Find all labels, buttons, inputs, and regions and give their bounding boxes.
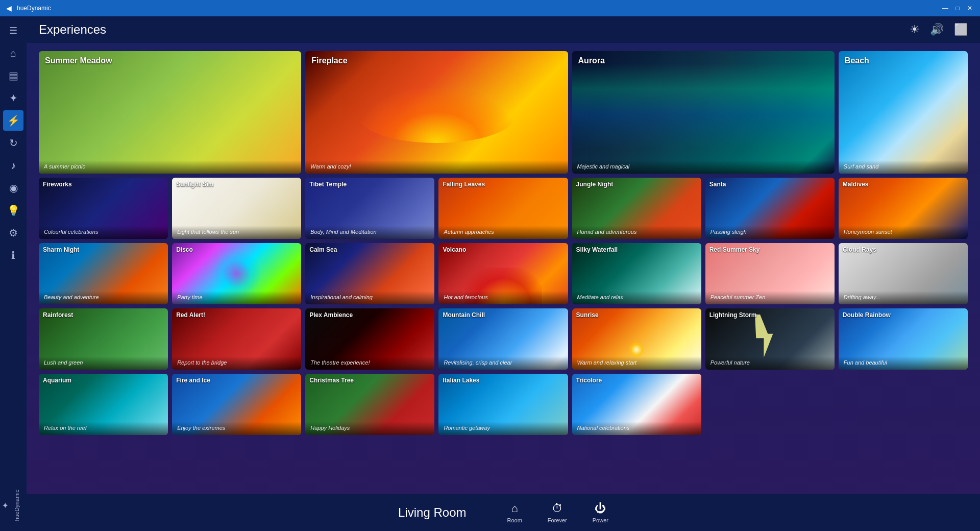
experience-card-plex-ambience[interactable]: Plex Ambience The theatre experience! bbox=[305, 308, 434, 370]
card-title-tibet-temple: Tibet Temple bbox=[309, 181, 430, 188]
experience-card-silky-waterfall[interactable]: Silky Waterfall Meditate and relax bbox=[572, 243, 701, 304]
experience-card-sunrise[interactable]: Sunrise Warm and relaxing start bbox=[572, 308, 701, 370]
card-subtitle-italian-lakes: Romantic getaway bbox=[444, 425, 562, 431]
card-subtitle-fireworks: Colourful celebrations bbox=[44, 229, 163, 235]
card-subtitle-disco: Party time bbox=[177, 294, 296, 300]
experience-card-italian-lakes[interactable]: Italian Lakes Romantic getaway bbox=[438, 374, 568, 435]
card-subtitle-sunrise: Warm and relaxing start bbox=[577, 359, 696, 366]
maximize-button[interactable]: □ bbox=[953, 4, 962, 12]
experience-card-fireplace[interactable]: Fireplace Warm and cozy! bbox=[305, 51, 568, 174]
forever-button[interactable]: ⏱ Forever bbox=[548, 502, 567, 523]
experience-card-red-summer[interactable]: Red Summer Sky Peaceful summer Zen bbox=[705, 243, 835, 304]
card-title-double-rainbow: Double Rainbow bbox=[843, 311, 964, 319]
card-overlay-sunlight-sim: Light that follows the sun bbox=[172, 226, 301, 239]
forever-label: Forever bbox=[548, 517, 567, 523]
experience-card-disco[interactable]: Disco Party time bbox=[172, 243, 301, 304]
card-overlay-red-alert: Report to the bridge bbox=[172, 356, 301, 370]
card-subtitle-cloud-rays: Drifting away... bbox=[844, 294, 963, 300]
experience-card-aurora[interactable]: Aurora Majestic and magical bbox=[572, 51, 835, 174]
experience-card-sunlight-sim[interactable]: Sunlight Sim Light that follows the sun bbox=[172, 178, 301, 239]
experience-card-mountain-chill[interactable]: Mountain Chill Revitalising, crisp and c… bbox=[438, 308, 568, 370]
card-bg-beach bbox=[839, 51, 968, 174]
sidebar-item-sync[interactable]: ↻ bbox=[3, 133, 23, 153]
title-bar-controls: — □ ✕ bbox=[941, 4, 974, 12]
sidebar-item-music[interactable]: ♪ bbox=[3, 155, 23, 176]
sidebar-item-scenes[interactable]: ▤ bbox=[3, 65, 23, 86]
sidebar-item-settings[interactable]: ⚙ bbox=[3, 223, 23, 243]
experience-card-rainforest[interactable]: Rainforest Lush and green bbox=[39, 308, 168, 370]
power-label: Power bbox=[593, 517, 608, 523]
brightness-icon[interactable]: ☀ bbox=[910, 23, 920, 36]
header: Experiences ☀ 🔊 ⬜ bbox=[27, 16, 980, 43]
card-title-sunrise: Sunrise bbox=[576, 311, 697, 319]
experience-card-lightning-storm[interactable]: Lightning Storm Powerful nature bbox=[705, 308, 835, 370]
card-title-sunlight-sim: Sunlight Sim bbox=[176, 181, 297, 188]
card-overlay-cloud-rays: Drifting away... bbox=[839, 291, 968, 304]
experience-card-santa[interactable]: Santa Passing sleigh bbox=[705, 178, 835, 239]
card-overlay-sharm-night: Beauty and adventure bbox=[39, 291, 168, 304]
card-overlay-plex-ambience: The theatre experience! bbox=[305, 356, 434, 370]
experience-card-fireworks[interactable]: Fireworks Colourful celebrations bbox=[39, 178, 168, 239]
back-icon[interactable]: ◀ bbox=[6, 4, 12, 12]
experience-card-fire-ice[interactable]: Fire and Ice Enjoy the extremes bbox=[172, 374, 301, 435]
sidebar-item-experiences[interactable]: ⚡ bbox=[3, 110, 23, 131]
experience-card-double-rainbow[interactable]: Double Rainbow Fun and beautiful bbox=[839, 308, 968, 370]
card-subtitle-volcano: Hot and ferocious bbox=[444, 294, 562, 300]
volume-icon[interactable]: 🔊 bbox=[930, 23, 944, 36]
experience-card-summer-meadow[interactable]: Summer Meadow A summer picnic bbox=[39, 51, 301, 174]
card-title-beach: Beach bbox=[845, 56, 962, 65]
screen-icon[interactable]: ⬜ bbox=[954, 23, 968, 36]
card-overlay-double-rainbow: Fun and beautiful bbox=[839, 356, 968, 370]
card-subtitle-mountain-chill: Revitalising, crisp and clear bbox=[444, 359, 562, 366]
sidebar-item-bulb[interactable]: 💡 bbox=[3, 200, 23, 221]
experience-card-sharm-night[interactable]: Sharm Night Beauty and adventure bbox=[39, 243, 168, 304]
card-overlay-aquarium: Relax on the reef bbox=[39, 422, 168, 435]
card-overlay-maldives: Honeymoon sunset bbox=[839, 226, 968, 239]
card-overlay-tibet-temple: Body, Mind and Meditation bbox=[305, 226, 434, 239]
card-title-cloud-rays: Cloud Rays bbox=[843, 246, 964, 253]
experience-card-beach[interactable]: Beach Surf and sand bbox=[839, 51, 968, 174]
experience-card-maldives[interactable]: Maldives Honeymoon sunset bbox=[839, 178, 968, 239]
card-title-aurora: Aurora bbox=[578, 56, 828, 65]
experience-card-jungle-night[interactable]: Jungle Night Humid and adventurous bbox=[572, 178, 701, 239]
sidebar-item-home[interactable]: ⌂ bbox=[3, 43, 23, 63]
card-subtitle-beach: Surf and sand bbox=[844, 163, 963, 170]
card-title-rainforest: Rainforest bbox=[43, 311, 164, 319]
experience-card-calm-sea[interactable]: Calm Sea Inspirational and calming bbox=[305, 243, 434, 304]
experience-card-cloud-rays[interactable]: Cloud Rays Drifting away... bbox=[839, 243, 968, 304]
experience-card-falling-leaves[interactable]: Falling Leaves Autumn approaches bbox=[438, 178, 568, 239]
card-subtitle-red-summer: Peaceful summer Zen bbox=[710, 294, 829, 300]
bottom-bar: Living Room ⌂ Room ⏱ Forever ⏻ Power bbox=[27, 494, 980, 531]
sidebar-item-light[interactable]: ✦ bbox=[3, 88, 23, 108]
card-subtitle-tricolore: National celebrations bbox=[577, 425, 696, 431]
close-button[interactable]: ✕ bbox=[966, 4, 974, 12]
header-actions: ☀ 🔊 ⬜ bbox=[910, 23, 968, 36]
card-subtitle-maldives: Honeymoon sunset bbox=[844, 229, 963, 235]
minimize-button[interactable]: — bbox=[941, 4, 949, 12]
sidebar-brand: ✦ hueDynamic bbox=[0, 490, 27, 521]
sidebar-item-camera[interactable]: ◉ bbox=[3, 178, 23, 198]
experience-card-tibet-temple[interactable]: Tibet Temple Body, Mind and Meditation bbox=[305, 178, 434, 239]
card-overlay-calm-sea: Inspirational and calming bbox=[305, 291, 434, 304]
sidebar-item-info[interactable]: ℹ bbox=[3, 245, 23, 266]
room-label: Room bbox=[507, 517, 522, 523]
room-name: Living Room bbox=[398, 505, 466, 520]
card-title-maldives: Maldives bbox=[843, 181, 964, 188]
card-subtitle-tibet-temple: Body, Mind and Meditation bbox=[310, 229, 429, 235]
experience-card-red-alert[interactable]: Red Alert! Report to the bridge bbox=[172, 308, 301, 370]
card-subtitle-rainforest: Lush and green bbox=[44, 359, 163, 366]
power-button[interactable]: ⏻ Power bbox=[593, 502, 608, 523]
card-subtitle-double-rainbow: Fun and beautiful bbox=[844, 359, 963, 366]
card-subtitle-sharm-night: Beauty and adventure bbox=[44, 294, 163, 300]
experience-card-aquarium[interactable]: Aquarium Relax on the reef bbox=[39, 374, 168, 435]
card-title-tricolore: Tricolore bbox=[576, 377, 697, 384]
room-button[interactable]: ⌂ Room bbox=[507, 502, 522, 523]
sidebar-menu-button[interactable]: ☰ bbox=[3, 20, 23, 41]
experience-card-tricolore[interactable]: Tricolore National celebrations bbox=[572, 374, 701, 435]
card-overlay-disco: Party time bbox=[172, 291, 301, 304]
card-title-mountain-chill: Mountain Chill bbox=[443, 311, 564, 319]
experience-card-christmas[interactable]: Christmas Tree Happy Holidays bbox=[305, 374, 434, 435]
power-icon: ⏻ bbox=[595, 502, 606, 515]
experience-card-volcano[interactable]: Volcano Hot and ferocious bbox=[438, 243, 568, 304]
sidebar-brand-icon: ✦ bbox=[0, 500, 10, 510]
